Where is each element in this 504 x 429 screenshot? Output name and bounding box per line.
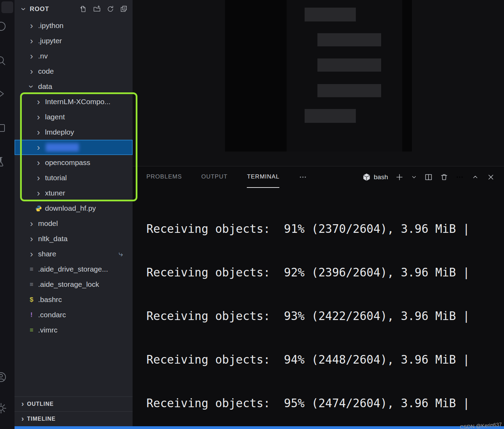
shell-label: bash [374,173,388,181]
ide-window: › ROOT ›.ipython ›.jupyter ›.nv ›code ›d… [0,0,504,429]
chevron-right-icon: › [34,128,43,137]
terminal-line: Receiving objects: 91% (2370/2604), 3.96… [146,222,504,236]
tree-item-label: opencompass [45,158,90,167]
more-tabs-icon[interactable] [299,166,307,188]
tree-item-label: download_hf.py [45,204,96,212]
tree-item-label: InternLM-XCompo... [45,98,110,106]
tree-item-label: .bashrc [38,295,62,304]
redacted-block [305,8,356,21]
tab-output[interactable]: OUTPUT [201,166,227,188]
tree-item-redacted[interactable]: › [15,140,133,155]
redacted-block [317,33,381,46]
preview-inner-column [287,0,402,152]
tree-item-download-hf-py[interactable]: download_hf.py [15,201,133,216]
tree-item-label: lmdeploy [45,128,74,136]
terminal-panel: PROBLEMS OUTPUT TERMINAL bash Receiving … [133,166,504,426]
more-actions-icon[interactable] [456,173,464,181]
editor-area [133,0,504,166]
settings-gear-icon[interactable] [0,402,7,414]
tree-item-condarc[interactable]: !.condarc [15,307,133,322]
tree-item-label: .ipython [38,21,64,30]
chevron-right-icon: › [34,189,43,198]
tree-item-label: share [38,250,56,258]
tree-item-opencompass[interactable]: ›opencompass [15,155,133,170]
tree-item-nltk-data[interactable]: ›nltk_data [15,231,133,246]
explorer-sidebar: › ROOT ›.ipython ›.jupyter ›.nv ›code ›d… [15,0,133,426]
section-label: OUTLINE [27,401,54,407]
chevron-right-icon: › [34,173,43,182]
tab-problems[interactable]: PROBLEMS [146,166,182,188]
tree-item-model[interactable]: ›model [15,216,133,231]
chevron-right-icon: › [19,400,27,408]
run-icon[interactable] [0,88,7,100]
terminal-line: Receiving objects: 92% (2396/2604), 3.96… [146,265,504,280]
symlink-arrow-icon: ⤷ [119,249,123,258]
tree-item-aide-drive-storage[interactable]: ≡.aide_drive_storage... [15,262,133,277]
tree-item-label: .jupyter [38,37,62,45]
panel-header: PROBLEMS OUTPUT TERMINAL bash [133,166,504,188]
new-folder-icon[interactable] [93,5,101,13]
file-list-icon: ≡ [27,281,36,288]
extensions-icon[interactable] [0,122,7,134]
chevron-right-icon: › [34,143,43,152]
new-file-icon[interactable] [80,5,87,13]
chevron-right-icon: › [34,112,43,121]
outline-section-header[interactable]: ›OUTLINE [15,396,133,411]
redacted-label-blur [46,143,79,152]
file-list-icon: ≡ [27,266,36,273]
chevron-right-icon: › [34,97,43,106]
tree-item-lmdeploy[interactable]: ›lmdeploy [15,125,133,140]
chevron-down-icon[interactable] [411,174,417,180]
shell-selector[interactable]: bash [362,173,388,181]
tree-item-label: nltk_data [38,235,68,243]
explorer-header: › ROOT [15,0,133,18]
account-icon[interactable] [0,20,7,33]
redacted-block [317,84,381,97]
chevron-right-icon: › [34,158,43,167]
tree-item-jupyter[interactable]: ›.jupyter [15,33,133,48]
tree-item-label: lagent [45,113,65,121]
collapse-all-icon[interactable] [120,5,128,13]
activity-bar [0,0,15,429]
shell-script-icon: $ [27,296,36,303]
tree-item-label: data [38,82,52,91]
terminal-line: Receiving objects: 93% (2422/2604), 3.96… [146,309,504,323]
flask-icon[interactable] [0,156,7,168]
tree-item-label: .vimrc [38,326,57,334]
tree-item-data[interactable]: ›data [15,79,133,94]
tree-item-xtuner[interactable]: ›xtuner [15,185,133,201]
tree-item-bashrc[interactable]: $.bashrc [15,292,133,307]
search-icon[interactable] [0,55,7,67]
close-panel-icon[interactable] [487,173,495,181]
chevron-right-icon: › [19,415,27,423]
new-terminal-plus-icon[interactable] [395,173,404,181]
tab-terminal[interactable]: TERMINAL [247,166,279,188]
refresh-icon[interactable] [107,5,114,13]
tree-item-share[interactable]: ›share⤷ [15,246,133,262]
chevron-right-icon: › [27,67,36,76]
terminal-line: Receiving objects: 94% (2448/2604), 3.96… [146,353,504,367]
profile-icon[interactable] [0,371,7,383]
tree-item-tutorial[interactable]: ›tutorial [15,170,133,185]
timeline-section-header[interactable]: ›TIMELINE [15,411,133,426]
tree-item-code[interactable]: ›code [15,64,133,79]
redacted-block [305,109,356,123]
tree-item-vimrc[interactable]: ≡.vimrc [15,322,133,338]
chevron-right-icon: › [27,219,36,228]
terminal-output[interactable]: Receiving objects: 91% (2370/2604), 3.96… [133,188,504,426]
tree-item-internlm-xcomposer[interactable]: ›InternLM-XCompo... [15,94,133,109]
chevron-down-icon: › [27,82,36,91]
terminal-line: Receiving objects: 95% (2474/2604), 3.96… [146,396,504,411]
redacted-block [317,58,381,72]
tree-item-lagent[interactable]: ›lagent [15,109,133,125]
split-terminal-icon[interactable] [424,173,433,181]
maximize-panel-chevron-up-icon[interactable] [471,173,479,181]
trash-icon[interactable] [440,173,448,181]
tree-item-label: model [38,219,58,228]
tree-item-label: tutorial [45,174,67,182]
explorer-title: ROOT [30,6,49,13]
tree-item-ipython[interactable]: ›.ipython [15,18,133,33]
tree-item-label: code [38,67,54,75]
tree-item-nv[interactable]: ›.nv [15,48,133,64]
tree-item-aide-storage-lock[interactable]: ≡.aide_storage_lock [15,277,133,292]
